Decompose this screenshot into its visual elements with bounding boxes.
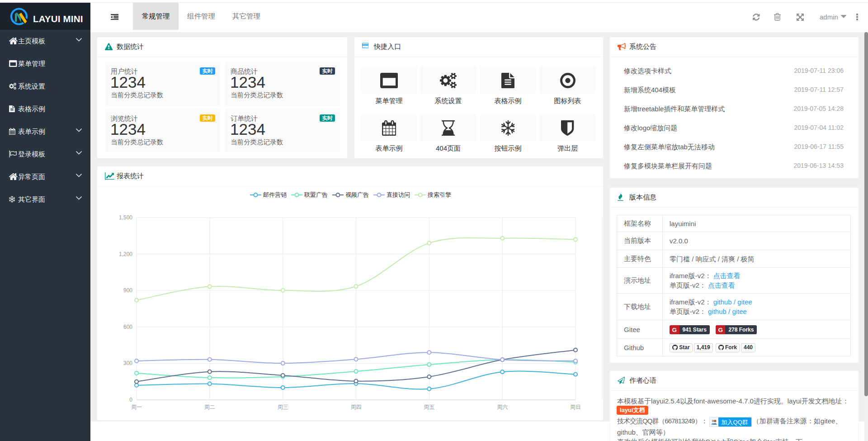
svg-text:600: 600 <box>123 324 132 330</box>
svg-text:周日: 周日 <box>570 404 581 410</box>
svg-text:1,200: 1,200 <box>119 251 132 257</box>
svg-text:周二: 周二 <box>204 404 215 410</box>
svg-text:周六: 周六 <box>497 404 508 410</box>
svg-text:周一: 周一 <box>131 404 142 410</box>
svg-text:1,500: 1,500 <box>119 214 132 221</box>
svg-text:900: 900 <box>123 287 132 294</box>
svg-text:300: 300 <box>123 360 132 366</box>
svg-text:周四: 周四 <box>351 404 362 410</box>
svg-text:周五: 周五 <box>424 404 434 410</box>
svg-text:周三: 周三 <box>278 404 288 410</box>
svg-text:0: 0 <box>129 397 132 403</box>
